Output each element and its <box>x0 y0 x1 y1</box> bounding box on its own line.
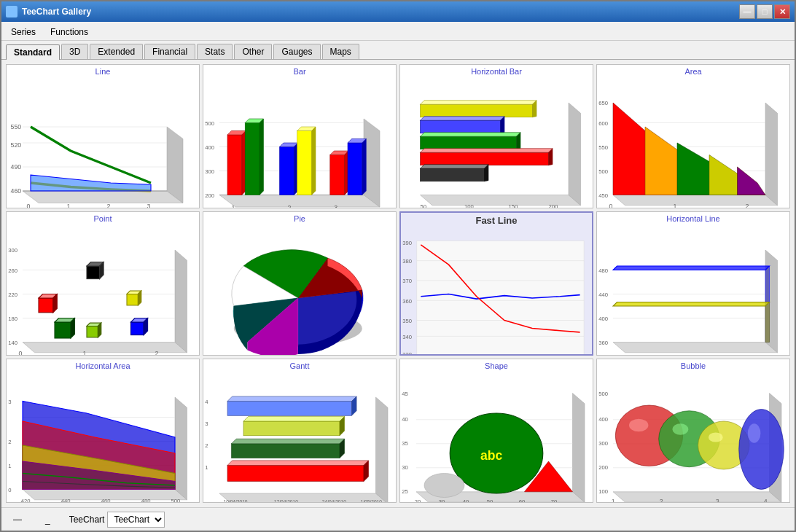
svg-text:abc: abc <box>480 448 503 463</box>
svg-marker-155 <box>175 397 187 500</box>
svg-rect-36 <box>348 143 362 195</box>
svg-rect-99 <box>55 322 71 338</box>
svg-marker-214 <box>613 492 781 502</box>
chart-shape[interactable]: Shape abc <box>399 359 593 503</box>
svg-marker-86 <box>175 250 187 353</box>
title-bar: TeeChart Gallery — □ ✕ <box>1 1 795 22</box>
main-window: TeeChart Gallery — □ ✕ Series Functions … <box>0 0 796 532</box>
tab-3d[interactable]: 3D <box>61 44 88 59</box>
menu-functions[interactable]: Functions <box>44 24 95 40</box>
chart-horizontal-bar[interactable]: Horizontal Bar <box>399 64 593 208</box>
svg-text:520: 520 <box>11 141 22 149</box>
svg-text:360: 360 <box>617 353 627 356</box>
svg-rect-174 <box>227 402 352 416</box>
svg-rect-117 <box>417 240 584 356</box>
svg-text:380: 380 <box>402 258 412 265</box>
chart-hline-area: 360 400 440 480 360 400 440 480 500 <box>597 224 789 356</box>
svg-rect-24 <box>245 123 260 195</box>
svg-text:500: 500 <box>598 391 608 397</box>
chart-point-title: Point <box>92 212 113 224</box>
svg-text:340: 340 <box>402 333 412 340</box>
svg-rect-105 <box>131 322 144 335</box>
svg-text:2: 2 <box>8 439 11 445</box>
chart-horizontal-area[interactable]: Horizontal Area <box>6 359 200 503</box>
chart-bar[interactable]: Bar <box>203 64 397 208</box>
svg-text:500: 500 <box>757 353 767 356</box>
svg-rect-93 <box>39 298 53 313</box>
chart-area-title: Area <box>683 65 703 77</box>
svg-text:3: 3 <box>334 205 337 208</box>
svg-text:1: 1 <box>612 498 615 503</box>
svg-marker-101 <box>71 318 75 339</box>
tab-gauges[interactable]: Gauges <box>273 44 320 59</box>
svg-text:490: 490 <box>11 163 22 171</box>
svg-marker-1 <box>167 127 183 203</box>
maximize-button[interactable]: □ <box>757 4 773 19</box>
svg-text:35: 35 <box>402 440 408 447</box>
svg-text:30: 30 <box>402 464 408 471</box>
svg-marker-58 <box>421 149 553 153</box>
tab-extended[interactable]: Extended <box>90 44 143 59</box>
svg-marker-61 <box>421 165 489 169</box>
svg-text:260: 260 <box>8 267 17 274</box>
tab-standard[interactable]: Standard <box>6 44 60 60</box>
svg-text:3: 3 <box>8 399 11 405</box>
svg-marker-104 <box>98 323 101 337</box>
svg-marker-52 <box>421 117 505 121</box>
close-button[interactable]: ✕ <box>774 4 790 19</box>
chart-point[interactable]: Point <box>6 211 200 356</box>
svg-text:440: 440 <box>598 292 608 298</box>
svg-text:460: 460 <box>101 498 111 503</box>
svg-text:3: 3 <box>147 203 151 208</box>
svg-text:4: 4 <box>764 498 768 503</box>
chart-pie-title: Pie <box>292 212 307 224</box>
svg-text:180: 180 <box>8 316 17 322</box>
chart-shape-area: abc 45 40 35 30 25 20 30 4 <box>400 372 593 503</box>
chart-bar-title: Bar <box>292 65 307 77</box>
svg-text:0: 0 <box>27 203 31 208</box>
chart-area[interactable]: Area <box>596 64 790 208</box>
svg-marker-15 <box>219 195 380 208</box>
tab-other[interactable]: Other <box>234 44 272 59</box>
svg-text:480: 480 <box>141 498 151 503</box>
window-title: TeeChart Gallery <box>22 7 739 17</box>
svg-marker-181 <box>232 439 345 444</box>
svg-text:17/04/2010: 17/04/2010 <box>274 499 298 503</box>
svg-text:350: 350 <box>402 317 412 324</box>
svg-rect-51 <box>421 120 501 133</box>
chart-line[interactable]: Line <box>6 64 200 208</box>
chart-pie-area <box>203 224 396 356</box>
svg-text:500: 500 <box>171 498 181 503</box>
svg-text:200: 200 <box>598 464 608 471</box>
svg-text:2: 2 <box>660 498 663 503</box>
chart-hbar-area: 50 100 150 200 <box>400 77 593 208</box>
chart-fast-line[interactable]: Fast Line 39 <box>399 211 593 356</box>
minimize-button[interactable]: — <box>739 4 755 19</box>
chart-gantt-area: 10/04/2010 17/04/2010 24/04/2010 1/05/20… <box>203 372 396 503</box>
chart-harea-area: 420 440 460 480 500 3 2 1 0 <box>7 372 199 503</box>
svg-text:1: 1 <box>674 203 677 208</box>
svg-text:70: 70 <box>551 498 558 503</box>
svg-text:600: 600 <box>598 120 608 127</box>
svg-text:480: 480 <box>725 353 735 356</box>
svg-text:440: 440 <box>61 498 71 503</box>
svg-text:500: 500 <box>205 120 214 127</box>
svg-text:2: 2 <box>205 442 208 449</box>
svg-marker-98 <box>138 291 141 305</box>
svg-point-222 <box>672 423 688 434</box>
svg-marker-55 <box>421 133 521 137</box>
chart-type-select[interactable]: TeeChart <box>107 512 165 528</box>
svg-text:3: 3 <box>716 498 719 503</box>
chart-gantt[interactable]: Gantt <box>203 359 397 503</box>
svg-rect-90 <box>87 266 100 279</box>
chart-horizontal-line[interactable]: Horizontal Line <box>596 211 790 356</box>
tab-stats[interactable]: Stats <box>197 44 233 59</box>
svg-text:450: 450 <box>598 192 608 199</box>
menu-series[interactable]: Series <box>4 24 42 40</box>
chart-pie[interactable]: Pie <box>203 211 397 356</box>
bottom-btn-2[interactable]: _ <box>41 513 55 526</box>
tab-financial[interactable]: Financial <box>144 44 195 59</box>
tab-maps[interactable]: Maps <box>322 44 359 59</box>
bottom-btn-1[interactable]: — <box>9 513 26 526</box>
chart-bubble[interactable]: Bubble <box>596 359 790 503</box>
